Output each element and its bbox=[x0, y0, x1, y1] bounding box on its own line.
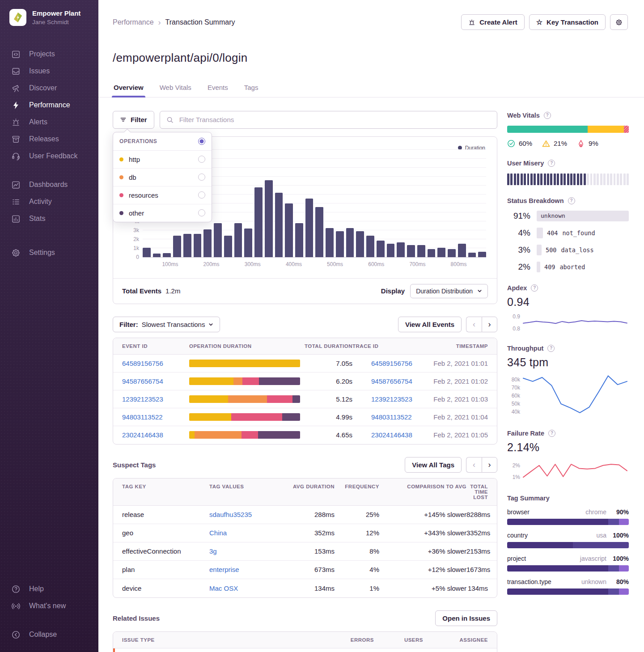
collapse-icon bbox=[11, 630, 21, 639]
operation-filter-db[interactable]: db bbox=[113, 169, 212, 186]
suspect-tags-controls: View All Tags ‹ › bbox=[405, 457, 497, 473]
radio-unselected-icon[interactable] bbox=[198, 191, 205, 199]
failure-rate-sparkline: 2%1% bbox=[507, 458, 629, 483]
create-alert-button[interactable]: Create Alert bbox=[461, 14, 524, 30]
slowest-transactions-select[interactable]: Filter: Slowest Transactions bbox=[113, 317, 220, 332]
suspect-tags-title: Suspect Tags bbox=[113, 461, 156, 469]
misery-bar-empty bbox=[627, 174, 629, 185]
tag-summary-title: Tag Summary bbox=[507, 495, 550, 502]
events-table-header: EVENT IDOPERATION DURATIONTOTAL DURATION… bbox=[113, 338, 497, 355]
frequency-cell: 8% bbox=[335, 547, 379, 555]
trace-id-link[interactable]: 64589156756 bbox=[352, 360, 433, 367]
sidebar-item-issues[interactable]: Issues bbox=[0, 63, 98, 80]
tab-tags[interactable]: Tags bbox=[243, 84, 259, 97]
sidebar-item-projects[interactable]: Projects bbox=[0, 46, 98, 63]
tag-value-link[interactable]: sdaufhu35235 bbox=[209, 511, 283, 518]
question-circle-icon[interactable]: ? bbox=[568, 197, 575, 204]
total-time-lost-cell: 8288ms bbox=[466, 511, 490, 518]
sidebar-item-settings[interactable]: Settings bbox=[0, 244, 98, 261]
sidebar-item-what-s-new[interactable]: What's new bbox=[0, 597, 98, 614]
sidebar-item-releases[interactable]: Releases bbox=[0, 131, 98, 148]
radio-unselected-icon[interactable] bbox=[198, 209, 205, 216]
breadcrumb-performance[interactable]: Performance bbox=[113, 18, 154, 26]
event-id-link[interactable]: 94803113522 bbox=[122, 413, 189, 421]
event-id-link[interactable]: 64589156756 bbox=[122, 360, 189, 367]
misery-bar-empty bbox=[614, 174, 616, 185]
question-circle-icon[interactable]: ? bbox=[544, 112, 551, 119]
tags-pagination: ‹ › bbox=[466, 457, 497, 473]
trace-id-link[interactable]: 12392123523 bbox=[352, 395, 433, 403]
tag-value-link[interactable]: enterprise bbox=[209, 566, 283, 573]
open-in-issues-button[interactable]: Open in Issues bbox=[435, 610, 497, 626]
search-icon bbox=[166, 116, 174, 123]
y-axis-tick-label: 1% bbox=[513, 474, 521, 480]
status-breakdown-rows: 91%unknown4%404not_found3%500data_loss2%… bbox=[507, 211, 629, 272]
prev-page-button[interactable]: ‹ bbox=[466, 317, 482, 332]
next-page-button[interactable]: › bbox=[482, 457, 497, 473]
tab-web-vitals[interactable]: Web Vitals bbox=[159, 84, 192, 97]
event-id-link[interactable]: 12392123523 bbox=[122, 395, 189, 403]
operation-filter-http[interactable]: http bbox=[113, 151, 212, 169]
tag-value-link[interactable]: China bbox=[209, 529, 283, 537]
question-circle-icon[interactable]: ? bbox=[531, 284, 538, 292]
sidebar-item-activity[interactable]: Activity bbox=[0, 193, 98, 210]
prev-page-button[interactable]: ‹ bbox=[466, 457, 482, 473]
sidebar: Empower Plant Jane Schmidt ProjectsIssue… bbox=[0, 0, 98, 652]
tag-distribution-bar bbox=[507, 519, 629, 525]
operation-segment bbox=[259, 377, 300, 385]
tab-overview[interactable]: Overview bbox=[113, 84, 144, 97]
event-id-link[interactable]: 94587656754 bbox=[122, 377, 189, 385]
misery-bar-filled bbox=[550, 174, 552, 185]
tab-events[interactable]: Events bbox=[207, 84, 229, 97]
trend-line bbox=[523, 464, 627, 477]
operation-filter-resources[interactable]: resources bbox=[113, 186, 212, 204]
sidebar-item-alerts[interactable]: Alerts bbox=[0, 114, 98, 131]
event-table-row: 123921235235.12s12392123523Feb 2, 2021 0… bbox=[113, 390, 497, 408]
column-header-tag-values: TAG VALUES bbox=[209, 478, 283, 505]
search-input[interactable] bbox=[178, 115, 491, 124]
web-vitals-stat-value: 21% bbox=[554, 140, 567, 147]
tag-value-link[interactable]: Mac OSX bbox=[209, 584, 283, 592]
trace-id-link[interactable]: 94587656754 bbox=[352, 377, 433, 385]
sidebar-item-dashboards[interactable]: Dashboards bbox=[0, 176, 98, 193]
question-circle-icon[interactable]: ? bbox=[547, 345, 555, 352]
radio-selected-icon[interactable] bbox=[198, 138, 205, 145]
org-switcher[interactable]: Empower Plant Jane Schmidt bbox=[0, 9, 98, 26]
status-label-line: 409aborted bbox=[537, 262, 629, 272]
flame-icon bbox=[577, 140, 585, 148]
operation-filter-other[interactable]: other bbox=[113, 204, 212, 222]
tag-percentage: 90% bbox=[606, 508, 629, 516]
trace-id-link[interactable]: 94803113522 bbox=[352, 413, 433, 421]
settings-button[interactable] bbox=[610, 14, 628, 30]
failure-rate-value: 2.14% bbox=[507, 441, 629, 454]
histogram-bar bbox=[214, 223, 222, 257]
sidebar-item-performance[interactable]: Performance bbox=[0, 97, 98, 114]
sidebar-item-help[interactable]: Help bbox=[0, 580, 98, 597]
display-select[interactable]: Duration Distribution bbox=[410, 284, 488, 298]
question-circle-icon[interactable]: ? bbox=[548, 160, 555, 167]
issue-row[interactable]: ForbiddenErrorfetchData(app/components/H… bbox=[113, 648, 497, 652]
avg-duration-cell: 153ms bbox=[283, 547, 335, 555]
sidebar-item-user-feedback[interactable]: User Feedback bbox=[0, 148, 98, 165]
tag-value-link[interactable]: 3g bbox=[209, 547, 283, 555]
next-page-button[interactable]: › bbox=[482, 317, 497, 332]
view-all-tags-button[interactable]: View All Tags bbox=[405, 457, 462, 473]
sidebar-item-collapse[interactable]: Collapse bbox=[0, 626, 98, 643]
operation-duration-cell bbox=[189, 413, 301, 421]
tag-bar-segment bbox=[507, 565, 608, 572]
filter-button[interactable]: Filter bbox=[113, 111, 154, 129]
event-id-link[interactable]: 23024146438 bbox=[122, 431, 189, 439]
sidebar-item-discover[interactable]: Discover bbox=[0, 80, 98, 97]
trace-id-link[interactable]: 23024146438 bbox=[352, 431, 433, 439]
radio-unselected-icon[interactable] bbox=[198, 156, 205, 163]
key-transaction-button[interactable]: ☆ Key Transaction bbox=[529, 14, 606, 30]
question-circle-icon[interactable]: ? bbox=[548, 430, 555, 437]
radio-unselected-icon[interactable] bbox=[198, 174, 205, 181]
dashboards-icon bbox=[11, 180, 21, 190]
misery-bar-filled bbox=[564, 174, 566, 185]
tag-bar-segment bbox=[619, 519, 629, 525]
suspect-tag-row: planenterprise673ms4%+12% slower1673ms bbox=[113, 561, 497, 579]
histogram-bar bbox=[428, 249, 436, 257]
view-all-events-button[interactable]: View All Events bbox=[398, 317, 462, 332]
sidebar-item-stats[interactable]: Stats bbox=[0, 210, 98, 227]
